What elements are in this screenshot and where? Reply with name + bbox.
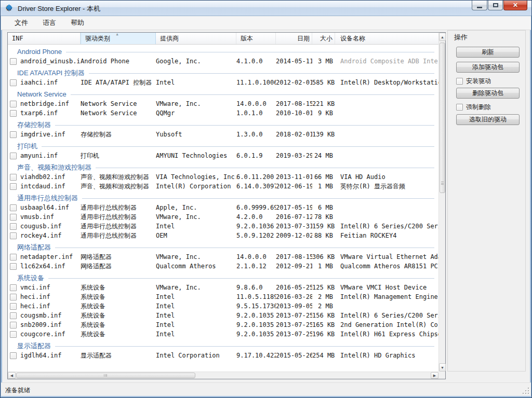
vertical-scrollbar[interactable]: ▲ ▼ bbox=[438, 33, 445, 372]
size-cell: 3 MB bbox=[312, 58, 335, 65]
row-checkbox[interactable] bbox=[10, 263, 17, 270]
device-name-cell: Intel(R) HD Graphics bbox=[335, 352, 438, 359]
scroll-down-icon[interactable]: ▼ bbox=[439, 363, 446, 372]
table-row[interactable]: heci.inf 系统设备 Intel 11.0.5.1189 2016-03-… bbox=[8, 292, 438, 301]
table-row[interactable]: usbaapl64.inf 通用串行总线控制器 Apple, Inc. 6.0.… bbox=[8, 203, 438, 212]
table-row[interactable]: amyuni.inf 打印机 AMYUNI Technologies 6.0.1… bbox=[8, 151, 438, 160]
column-header-inf[interactable]: INF bbox=[8, 33, 81, 44]
device-name-cell: VMware Virtual Ethernet Adapter bbox=[335, 253, 438, 260]
inf-cell: l1c62x64.inf bbox=[20, 263, 65, 270]
provider-cell: Intel bbox=[156, 331, 236, 338]
row-checkbox[interactable] bbox=[10, 303, 17, 310]
size-cell: 66 MB bbox=[312, 173, 335, 181]
row-checkbox[interactable] bbox=[10, 232, 17, 239]
group-header[interactable]: IDE ATA/ATAPI 控制器 bbox=[8, 66, 438, 78]
row-checkbox[interactable] bbox=[10, 322, 17, 328]
table-row[interactable]: rockey4.inf 通用串行总线控制器 OEM 5.0.9.1202 200… bbox=[8, 231, 438, 240]
table-row[interactable]: android_winusb.inf Android Phone Google,… bbox=[8, 57, 438, 66]
row-checkbox[interactable] bbox=[10, 214, 17, 221]
row-checkbox[interactable] bbox=[10, 352, 17, 359]
scroll-up-icon[interactable]: ▲ bbox=[439, 33, 446, 41]
group-header[interactable]: 通用串行总线控制器 bbox=[8, 191, 438, 203]
group-header[interactable]: 声音、视频和游戏控制器 bbox=[8, 160, 438, 172]
table-row[interactable]: cougsmb.inf 系统设备 Intel 9.2.0.1035 2013-0… bbox=[8, 311, 438, 320]
group-header[interactable]: 显示适配器 bbox=[8, 339, 438, 351]
category-cell: 网络适配器 bbox=[81, 253, 156, 262]
table-row[interactable]: iaahci.inf IDE ATA/ATAPI 控制器 Intel 11.1.… bbox=[8, 78, 438, 87]
maximize-icon bbox=[493, 3, 498, 7]
scroll-right-icon[interactable]: ▶ bbox=[431, 372, 438, 379]
row-checkbox[interactable] bbox=[10, 153, 17, 159]
date-cell: 2012-06-19 bbox=[276, 183, 312, 190]
add-driver-package-button[interactable]: 添加驱动包 bbox=[456, 62, 520, 73]
row-checkbox[interactable] bbox=[10, 110, 17, 117]
table-row[interactable]: intcdaud.inf 声音、视频和游戏控制器 Intel(R) Corpor… bbox=[8, 182, 438, 191]
table-row[interactable]: l1c62x64.inf 网络适配器 Qualcomm Atheros 2.1.… bbox=[8, 262, 438, 271]
table-row[interactable]: snb2009.inf 系统设备 Intel 9.2.0.1035 2013-0… bbox=[8, 320, 438, 330]
row-checkbox[interactable] bbox=[10, 174, 17, 181]
date-cell: 2016-07-12 bbox=[276, 213, 312, 221]
column-header-provider[interactable]: 提供商 bbox=[156, 33, 236, 44]
row-checkbox[interactable] bbox=[10, 331, 17, 338]
group-header[interactable]: 网络适配器 bbox=[8, 240, 438, 252]
table-row[interactable]: cougusb.inf 通用串行总线控制器 Intel 9.2.0.1036 2… bbox=[8, 222, 438, 231]
vertical-scrollbar-thumb[interactable] bbox=[440, 43, 445, 193]
inf-cell: heci.inf bbox=[20, 293, 50, 300]
row-checkbox[interactable] bbox=[10, 223, 17, 230]
group-header[interactable]: 存储控制器 bbox=[8, 118, 438, 130]
menu-language[interactable]: 语言 bbox=[35, 16, 63, 30]
group-header[interactable]: 系统设备 bbox=[8, 271, 438, 283]
title-bar[interactable]: ⚙ Driver Store Explorer - 本机 ✕ bbox=[1, 1, 531, 16]
row-checkbox[interactable] bbox=[10, 294, 17, 300]
group-header[interactable]: Network Service bbox=[8, 87, 438, 99]
row-checkbox[interactable] bbox=[10, 284, 17, 291]
refresh-button[interactable]: 刷新 bbox=[456, 47, 520, 58]
column-header-date[interactable]: 日期 bbox=[276, 33, 312, 44]
table-row[interactable]: viahdb02.inf 声音、视频和游戏控制器 VIA Technologie… bbox=[8, 172, 438, 182]
row-checkbox[interactable] bbox=[10, 101, 17, 107]
driver-list: INF ▲ 驱动类别 提供商 版本 日期 大小 设备名称 Android Pho… bbox=[7, 32, 446, 379]
table-row[interactable]: cougcore.inf 系统设备 Intel 9.2.0.1035 2013-… bbox=[8, 330, 438, 339]
inf-cell: cougsmb.inf bbox=[20, 312, 61, 319]
resize-grip-icon[interactable] bbox=[523, 388, 529, 394]
row-checkbox[interactable] bbox=[10, 254, 17, 260]
row-checkbox[interactable] bbox=[10, 312, 17, 319]
close-icon: ✕ bbox=[513, 2, 518, 9]
table-row[interactable]: vmusb.inf 通用串行总线控制器 VMware, Inc. 4.2.0.0… bbox=[8, 212, 438, 222]
horizontal-scrollbar[interactable]: ◀ ▶ bbox=[8, 372, 438, 379]
scroll-left-icon[interactable]: ◀ bbox=[8, 372, 16, 379]
row-checkbox[interactable] bbox=[10, 131, 17, 138]
table-row[interactable]: igdlh64.inf 显示适配器 Intel Corporation 9.17… bbox=[8, 351, 438, 360]
row-checkbox[interactable] bbox=[10, 204, 17, 211]
force-delete-checkbox[interactable]: 强制删除 bbox=[456, 103, 491, 111]
menu-file[interactable]: 文件 bbox=[7, 16, 35, 30]
table-row[interactable]: vmci.inf 系统设备 VMware, Inc. 9.8.6.0 2016-… bbox=[8, 283, 438, 292]
column-header-device[interactable]: 设备名称 bbox=[335, 33, 438, 44]
column-header-size[interactable]: 大小 bbox=[312, 33, 335, 44]
table-row[interactable]: txarp6.inf Network Service QQMgr 1.0.1.0… bbox=[8, 108, 438, 118]
table-row[interactable]: netadapter.inf 网络适配器 VMware, Inc. 14.0.0… bbox=[8, 252, 438, 262]
minimize-icon bbox=[477, 7, 482, 8]
row-checkbox[interactable] bbox=[10, 58, 17, 65]
group-header[interactable]: 打印机 bbox=[8, 139, 438, 151]
install-driver-checkbox[interactable]: 安装驱动 bbox=[456, 77, 491, 85]
close-button[interactable]: ✕ bbox=[503, 1, 527, 10]
device-name-cell: Qualcomm Atheros AR8151 PCI-E G bbox=[335, 263, 438, 270]
delete-driver-package-button[interactable]: 删除驱动包 bbox=[456, 88, 520, 99]
menu-help[interactable]: 帮助 bbox=[63, 16, 91, 30]
category-cell: 通用串行总线控制器 bbox=[81, 213, 156, 222]
maximize-button[interactable] bbox=[488, 1, 503, 10]
list-body: Android Phone android_winusb.inf Android… bbox=[8, 45, 438, 372]
minimize-button[interactable] bbox=[472, 1, 487, 10]
column-header-version[interactable]: 版本 bbox=[236, 33, 276, 44]
select-old-drivers-button[interactable]: 选取旧的驱动 bbox=[456, 114, 520, 125]
row-checkbox[interactable] bbox=[10, 79, 17, 86]
group-header[interactable]: Android Phone bbox=[8, 45, 438, 57]
column-header-category[interactable]: ▲ 驱动类别 bbox=[81, 33, 156, 44]
table-row[interactable]: imgdrive.inf 存储控制器 Yubsoft 1.3.0.0 2018-… bbox=[8, 130, 438, 139]
table-row[interactable]: netbridge.inf Network Service VMware, In… bbox=[8, 99, 438, 108]
provider-cell: Intel Corporation bbox=[156, 352, 236, 359]
horizontal-scrollbar-thumb[interactable] bbox=[16, 373, 195, 378]
table-row[interactable]: heci.inf 系统设备 Intel 9.5.15.1730 2013-09-… bbox=[8, 301, 438, 311]
row-checkbox[interactable] bbox=[10, 183, 17, 190]
